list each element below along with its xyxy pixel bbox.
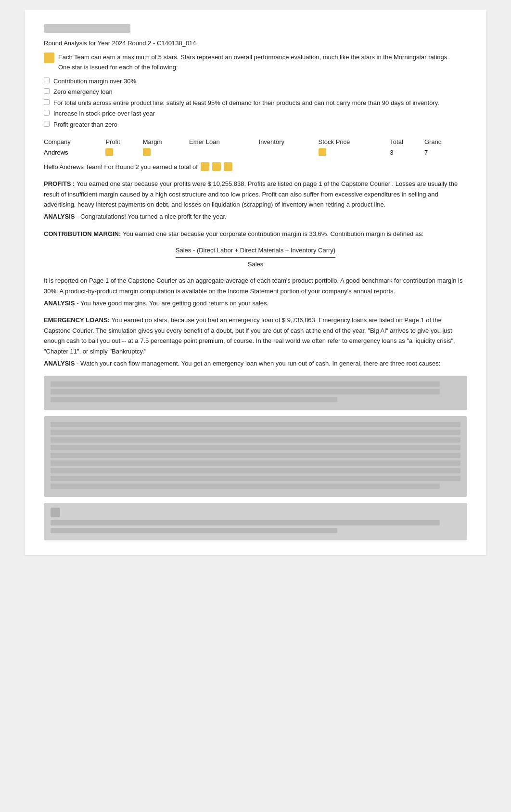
emergency-analysis: ANALYSIS - Watch your cash flow manageme… [44,358,467,368]
col-grand: Grand [424,137,467,147]
cell-margin [143,147,189,157]
blurred-line [51,453,460,458]
list-item: Contribution margin over 30% [44,77,467,86]
profits-section: PROFITS : You earned one star because yo… [44,179,467,222]
margin-analysis: ANALYSIS - You have good margins. You ar… [44,298,467,308]
col-company: Company [44,137,105,147]
blurred-line [51,484,440,489]
bullet-icon [44,99,50,105]
profits-analysis: ANALYSIS - Congratulations! You turned a… [44,211,467,222]
round-title: Round Analysis for Year 2024 Round 2 - C… [44,39,467,47]
cell-emer-loan [189,147,258,157]
blurred-line [51,468,460,473]
margin-text: CONTRIBUTION MARGIN: You earned one star… [44,229,467,239]
blurred-line [51,520,440,525]
col-margin: Margin [143,137,189,147]
list-item: For total units across entire product li… [44,98,467,108]
star-icon [44,52,54,63]
col-inventory: Inventory [259,137,319,147]
margin-stars [143,148,185,156]
blurred-line [51,422,460,427]
footer-blurred [44,503,467,540]
cell-grand: 7 [424,147,467,157]
earned-stars-row: Hello Andrews Team! For Round 2 you earn… [44,162,467,171]
criteria-list: Contribution margin over 30% Zero emerge… [44,77,467,130]
bullet-icon [44,121,50,127]
blurred-block-2 [44,416,467,497]
col-total: Total [390,137,424,147]
col-stock-price: Stock Price [319,137,390,147]
page-container: Round Analysis for Year 2024 Round 2 - C… [25,10,486,555]
col-emer-loan: Emer Loan [189,137,258,147]
blurred-line [51,381,440,387]
table-row: Andrews [44,147,467,157]
bullet-icon [44,88,50,94]
cell-inventory [259,147,319,157]
star-icon [143,148,151,156]
profit-stars [105,148,139,156]
star-icon [319,148,326,156]
cell-total: 3 [390,147,424,157]
blurred-line [51,476,460,481]
company-table: Company Profit Margin Emer Loan Inventor… [44,137,467,157]
star-intro: Each Team can earn a maximum of 5 stars.… [44,52,467,73]
list-item: Profit greater than zero [44,120,467,130]
bullet-icon [44,78,50,83]
profits-text: PROFITS : You earned one star because yo… [44,179,467,210]
formula-box: Sales - (Direct Labor + Direct Materials… [44,245,467,270]
formula-denominator: Sales [44,259,467,270]
list-item: Zero emergency loan [44,87,467,97]
blurred-line [51,437,460,443]
col-profit: Profit [105,137,142,147]
earned-star-2 [212,162,221,171]
footer-number-icon [51,508,60,517]
company-table-section: Company Profit Margin Emer Loan Inventor… [44,137,467,157]
blurred-block-1 [44,376,467,410]
blurred-line [51,445,460,450]
earned-star-1 [201,162,209,171]
earned-star-3 [224,162,232,171]
cell-profit [105,147,142,157]
intro-text: Each Team can earn a maximum of 5 stars.… [58,52,449,73]
cell-stock-price [319,147,390,157]
blurred-line [51,389,440,394]
emergency-text: EMERGENCY LOANS: You earned no stars, be… [44,315,467,356]
it-reported-text: It is reported on Page 1 of the Capstone… [44,275,467,296]
blurred-line [51,528,337,533]
margin-section: CONTRIBUTION MARGIN: You earned one star… [44,229,467,309]
stock-price-stars [319,148,386,156]
blurred-line [51,430,460,435]
formula-numerator: Sales - (Direct Labor + Direct Materials… [44,245,467,258]
bullet-icon [44,110,50,116]
star-icon [105,148,113,156]
blurred-line [51,460,460,466]
blurred-line [51,397,337,402]
header-bar [44,24,130,33]
cell-company: Andrews [44,147,105,157]
earned-prefix: Hello Andrews Team! For Round 2 you earn… [44,163,198,170]
list-item: Increase in stock price over last year [44,109,467,118]
emergency-section: EMERGENCY LOANS: You earned no stars, be… [44,315,467,368]
